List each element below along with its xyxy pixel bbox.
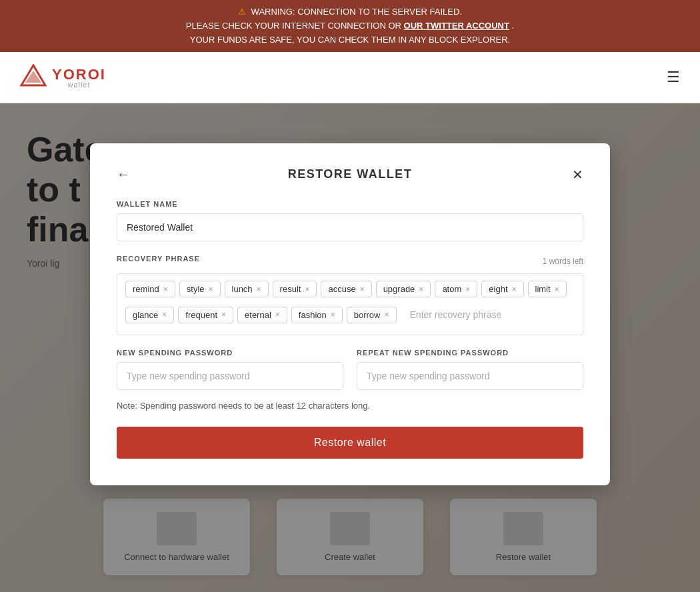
header: YOROI wallet ☰: [0, 52, 700, 103]
new-password-section: NEW SPENDING PASSWORD: [117, 349, 343, 390]
tag-fashion-remove[interactable]: ×: [331, 310, 335, 319]
warning-line2-suffix: .: [512, 21, 515, 31]
tag-upgrade-remove[interactable]: ×: [419, 285, 423, 294]
tag-eternal: eternal ×: [237, 307, 287, 323]
tag-style-remove[interactable]: ×: [209, 285, 213, 294]
tag-limit: limit ×: [528, 281, 567, 297]
recovery-phrase-box[interactable]: remind × style × lunch × result × accuse…: [117, 273, 583, 335]
repeat-password-label: REPEAT NEW SPENDING PASSWORD: [357, 349, 583, 357]
wallet-name-field: WALLET NAME: [117, 200, 583, 241]
tag-fashion: fashion ×: [291, 307, 343, 323]
password-note: Note: Spending password needs to be at l…: [117, 401, 583, 411]
recovery-phrase-input[interactable]: [401, 301, 575, 328]
new-password-input[interactable]: [117, 362, 343, 390]
tag-eternal-remove[interactable]: ×: [275, 310, 280, 319]
modal-title: RESTORE WALLET: [288, 167, 413, 181]
tag-style: style ×: [179, 281, 221, 297]
warning-line2-prefix: PLEASE CHECK YOUR INTERNET CONNECTION OR: [186, 21, 401, 31]
main-content: Gateto tfina Yoroi lig Connect to hardwa…: [0, 103, 700, 592]
repeat-password-input[interactable]: [357, 362, 583, 390]
modal-close-button[interactable]: ✕: [572, 167, 583, 183]
tag-glance: glance ×: [125, 307, 174, 323]
recovery-phrase-label: RECOVERY PHRASE: [117, 255, 200, 263]
tag-borrow-remove[interactable]: ×: [385, 310, 389, 319]
tag-atom-remove[interactable]: ×: [465, 285, 470, 294]
tag-frequent-remove[interactable]: ×: [221, 310, 226, 319]
warning-icon: ⚠: [238, 7, 246, 17]
tag-limit-remove[interactable]: ×: [555, 285, 559, 294]
words-left: 1 words left: [543, 257, 583, 266]
warning-line1: WARNING: CONNECTION TO THE SERVER FAILED…: [251, 7, 462, 17]
tag-glance-remove[interactable]: ×: [162, 310, 167, 319]
warning-line3: YOUR FUNDS ARE SAFE, YOU CAN CHECK THEM …: [13, 33, 687, 47]
modal-overlay: ← RESTORE WALLET ✕ WALLET NAME RECOVERY …: [0, 103, 700, 592]
tag-accuse-remove[interactable]: ×: [360, 285, 365, 294]
repeat-password-section: REPEAT NEW SPENDING PASSWORD: [357, 349, 583, 390]
svg-marker-1: [25, 71, 41, 83]
tag-borrow: borrow ×: [347, 307, 397, 323]
modal-back-button[interactable]: ←: [117, 167, 130, 182]
tag-lunch-remove[interactable]: ×: [257, 285, 261, 294]
tag-accuse: accuse ×: [321, 281, 371, 297]
modal-header: ← RESTORE WALLET ✕: [117, 167, 583, 181]
tag-result: result ×: [273, 281, 317, 297]
restore-wallet-button[interactable]: Restore wallet: [117, 427, 583, 459]
restore-wallet-modal: ← RESTORE WALLET ✕ WALLET NAME RECOVERY …: [90, 143, 610, 485]
tag-eight: eight ×: [481, 281, 523, 297]
tag-atom: atom ×: [435, 281, 477, 297]
tag-lunch: lunch ×: [225, 281, 269, 297]
twitter-link[interactable]: OUR TWITTER ACCOUNT: [404, 21, 509, 31]
tag-remind-remove[interactable]: ×: [163, 285, 168, 294]
logo-icon: [20, 64, 47, 91]
warning-banner: ⚠ WARNING: CONNECTION TO THE SERVER FAIL…: [0, 0, 700, 52]
wallet-name-label: WALLET NAME: [117, 200, 583, 208]
password-fields: NEW SPENDING PASSWORD REPEAT NEW SPENDIN…: [117, 349, 583, 390]
new-password-label: NEW SPENDING PASSWORD: [117, 349, 343, 357]
menu-icon[interactable]: ☰: [667, 69, 680, 86]
logo: YOROI wallet: [20, 64, 106, 91]
tag-result-remove[interactable]: ×: [305, 285, 309, 294]
tag-remind: remind ×: [125, 281, 175, 297]
recovery-phrase-label-row: RECOVERY PHRASE 1 words left: [117, 255, 583, 268]
wallet-name-input[interactable]: [117, 213, 583, 241]
tag-frequent: frequent ×: [178, 307, 233, 323]
tag-eight-remove[interactable]: ×: [512, 285, 517, 294]
tag-upgrade: upgrade ×: [376, 281, 431, 297]
recovery-phrase-section: RECOVERY PHRASE 1 words left remind × st…: [117, 255, 583, 335]
